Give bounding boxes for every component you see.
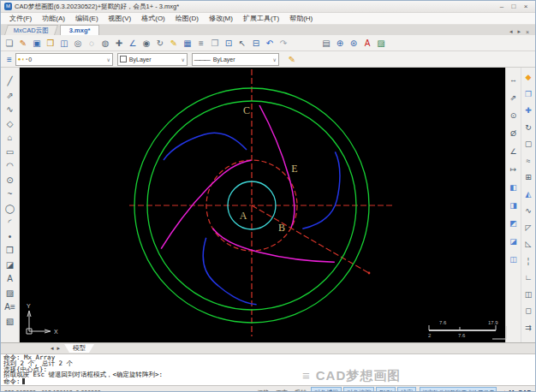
menu-help[interactable]: 帮助(H) (284, 14, 318, 23)
layout-scroll-right[interactable]: ▸ (56, 345, 63, 352)
draw-closed-polyline[interactable]: ⌂ (3, 131, 17, 146)
draw-circle[interactable]: ⊙ (3, 174, 17, 188)
command-prompt-line[interactable]: 命令: (3, 378, 533, 384)
modify-rotate[interactable]: ↻ (521, 120, 535, 137)
toolbar-mtext[interactable]: ≡ (194, 37, 208, 50)
blade-curve-2[interactable] (144, 157, 267, 249)
draw-ellipse[interactable]: ◯ (3, 202, 17, 217)
toggle-grid[interactable]: 栅格 (254, 388, 271, 392)
toolbar-pan[interactable]: ✚ (112, 37, 126, 50)
toolbar-zoom-in[interactable]: ◉ (140, 37, 153, 50)
modify-explode[interactable]: ◫ (521, 287, 535, 304)
draw-construction-line[interactable]: ⇗ (3, 89, 17, 104)
drawing-canvas[interactable]: C E A B Y X 7.6 17.9 2 7.6 (20, 68, 505, 342)
toolbar-layer-edit[interactable]: ⊟ (249, 37, 263, 50)
toolbar-image-export[interactable]: ▨ (374, 37, 388, 50)
draw-text[interactable]: A (3, 272, 17, 287)
modify-scale[interactable]: ▢ (521, 136, 535, 153)
menu-modify[interactable]: 修改(M) (204, 14, 238, 23)
toolbar-table[interactable]: ▦ (181, 37, 194, 50)
toggle-otrack[interactable]: 对象追踪 (343, 387, 374, 392)
draw-rectangle[interactable]: ▭ (3, 146, 17, 160)
modify-erase[interactable]: ◆ (521, 69, 535, 86)
toolbar-sketch[interactable]: ✎ (16, 37, 30, 50)
dim-dim-diameter[interactable]: Ø (507, 125, 521, 143)
blade-curve-1[interactable] (259, 105, 295, 228)
minimize-button[interactable]: – (496, 3, 508, 10)
command-window[interactable]: 命令: Mx_Array找到 2 个, 总计 2 个选择{中心点}:拾取或按 E… (1, 354, 535, 385)
toggle-osnap[interactable]: 对象捕捉 (311, 387, 342, 392)
layers-icon[interactable]: ≡ (7, 55, 12, 64)
dim-block-style-5[interactable]: ◫ (507, 251, 521, 269)
draw-spline[interactable]: ~ (3, 187, 17, 202)
blade-back-arc-1[interactable] (164, 133, 247, 160)
tabnav-tab-scroll-right[interactable]: ▸ (515, 28, 523, 35)
toolbar-draw-pencil[interactable]: ✎ (167, 37, 181, 50)
dim-block-style-2[interactable]: ◨ (507, 197, 521, 215)
draw-mtext[interactable]: A≡ (3, 300, 17, 315)
dim-block-style-1[interactable]: ◧ (507, 179, 521, 197)
toolbar-select[interactable]: ↖ (235, 37, 249, 50)
toggle-lineweight[interactable]: 线宽 (397, 387, 416, 392)
toggle-ortho[interactable]: 正交 (273, 388, 290, 392)
layout-scroll-left[interactable]: ◂ (49, 345, 56, 352)
toolbar-new-file[interactable]: ❏ (3, 37, 16, 50)
modify-mirror[interactable]: ◭ (521, 187, 535, 204)
tabnav-tab-close[interactable]: × (523, 29, 532, 35)
modify-trim[interactable]: ◸ (521, 220, 535, 237)
tab-document-active[interactable]: 3.mxg* (60, 25, 100, 35)
modify-break[interactable]: ¦ (521, 253, 535, 270)
toolbar-zoom-window[interactable]: ◍ (98, 37, 112, 50)
menu-express-tools[interactable]: 扩展工具(T) (238, 14, 284, 23)
toolbar-redo[interactable]: ↷ (277, 37, 290, 50)
toolbar-open[interactable]: ❒ (44, 37, 57, 50)
tab-model[interactable]: 模型 (64, 344, 94, 353)
menu-function[interactable]: 功能(A) (37, 14, 70, 23)
modify-copy[interactable]: ❐ (521, 86, 535, 104)
draw-hatch[interactable]: ▧ (3, 315, 17, 330)
toolbar-web-publish[interactable]: ⊛ (347, 37, 360, 50)
modify-spline-edit[interactable]: ∿ (521, 203, 535, 220)
dim-dim-radius[interactable]: ⊙ (507, 107, 521, 125)
modify-stretch[interactable]: ≈ (521, 153, 535, 170)
modify-align[interactable]: ⇉ (521, 320, 535, 337)
blade-back-arc-2[interactable] (192, 233, 257, 318)
draw-block-attrib[interactable]: ◪ (3, 258, 17, 273)
dim-dim-continue[interactable]: ↦ (507, 161, 521, 179)
menu-format[interactable]: 格式(O) (136, 14, 170, 23)
menu-file[interactable]: 文件(F) (4, 14, 37, 23)
close-button[interactable]: × (520, 3, 532, 10)
blade-back-arc-3[interactable] (294, 151, 359, 237)
draw-polygon[interactable]: ◇ (3, 117, 17, 132)
dim-dim-angular[interactable]: ∠ (507, 143, 521, 161)
color-select[interactable]: ByLayer ∨ (117, 53, 188, 66)
toggle-dyn[interactable]: DYN (376, 387, 396, 392)
toolbar-layout[interactable]: ❐ (208, 37, 222, 50)
edit-pencil-icon[interactable]: ✎ (289, 55, 295, 64)
point-label-B[interactable]: B (278, 222, 285, 234)
menu-draw[interactable]: 绘图(D) (170, 14, 204, 23)
dim-dim-linear[interactable]: ↔ (507, 71, 521, 89)
diagonal-construction-line[interactable] (252, 205, 369, 273)
draw-polyline[interactable]: ∿ (3, 103, 17, 117)
point-label-C[interactable]: C (243, 104, 250, 116)
toolbar-zoom-extents[interactable]: ◌ (85, 37, 98, 50)
toolbar-rotate-view[interactable]: ↻ (153, 37, 167, 50)
toolbar-undo[interactable]: ↶ (263, 37, 277, 50)
modify-move[interactable]: ✚ (521, 103, 535, 120)
menu-view[interactable]: 视图(V) (104, 14, 137, 23)
toolbar-pdf-export[interactable]: A (360, 37, 374, 50)
dim-dim-aligned[interactable]: ⇗ (507, 89, 521, 107)
draw-image[interactable]: ▨ (3, 287, 17, 301)
draw-line[interactable]: ╱ (3, 74, 17, 89)
tab-mxcad-cloud[interactable]: MxCAD云图 (4, 25, 58, 35)
draw-ellipse-arc[interactable]: ◜ (3, 216, 17, 230)
toolbar-save-as[interactable]: ◫ (57, 37, 71, 50)
toolbar-monitor[interactable]: ⊡ (222, 37, 235, 50)
linetype-select[interactable]: ——— ByLayer ∨ (192, 53, 279, 66)
draw-arc[interactable]: ◠ (3, 159, 17, 174)
draw-point[interactable]: • (3, 230, 17, 245)
modify-extend[interactable]: ◺ (521, 236, 535, 253)
maximize-button[interactable]: □ (508, 3, 520, 10)
menu-edit[interactable]: 编辑(E) (70, 14, 104, 23)
